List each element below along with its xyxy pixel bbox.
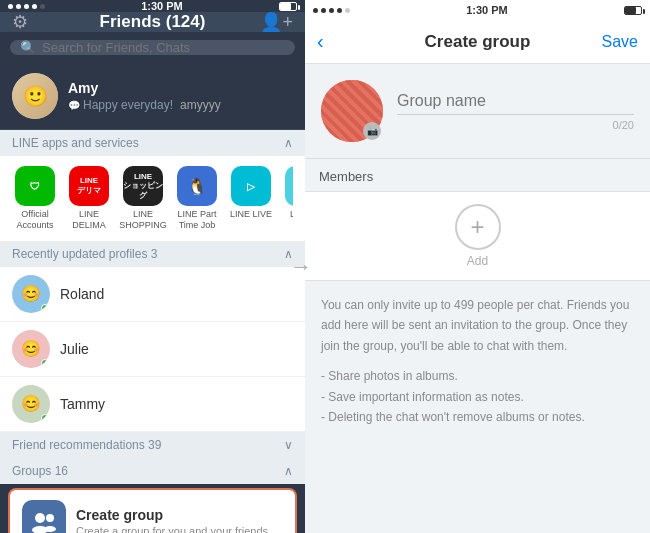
- status-time-right: 1:30 PM: [466, 4, 508, 16]
- tammy-avatar: 😊: [12, 385, 50, 423]
- group-setup: 📷 0/20: [305, 64, 650, 159]
- avatar: 🙂: [12, 73, 58, 119]
- line-shopping-icon: LINEショッピング: [123, 166, 163, 206]
- friend-item-julie[interactable]: 😊 Julie: [0, 322, 305, 377]
- status-icon: 💬: [68, 100, 80, 111]
- friend-item-roland[interactable]: 😊 Roland: [0, 267, 305, 322]
- recently-section-header: Recently updated profiles 3 ∧: [0, 241, 305, 267]
- right-header: ‹ Create group Save: [305, 20, 650, 64]
- back-button[interactable]: ‹: [317, 30, 324, 53]
- service-item-shopping[interactable]: LINEショッピング LINESHOPPING: [120, 166, 166, 231]
- svg-point-0: [35, 513, 45, 523]
- julie-avatar: 😊: [12, 330, 50, 368]
- info-bullet-2: - Save important information as notes.: [321, 387, 634, 407]
- svg-point-3: [44, 526, 56, 532]
- profile-info: Amy 💬 Happy everyday! amyyyy: [68, 80, 293, 112]
- service-label-official: OfficialAccounts: [16, 209, 53, 231]
- recently-label: Recently updated profiles 3: [12, 247, 157, 261]
- members-add-area: + Add: [305, 191, 650, 281]
- create-group-page-title: Create group: [425, 32, 531, 52]
- status-time-left: 1:30 PM: [141, 0, 183, 12]
- info-bullet-1: - Share photos in albums.: [321, 366, 634, 386]
- profile-status: 💬 Happy everyday! amyyyy: [68, 98, 293, 112]
- profile-status-text: Happy everyday!: [83, 98, 173, 112]
- service-item-parttime[interactable]: 🐧 LINE PartTime Job: [174, 166, 220, 231]
- profile-section[interactable]: 🙂 Amy 💬 Happy everyday! amyyyy: [0, 63, 305, 130]
- profile-id: amyyyy: [180, 98, 221, 112]
- add-member-label: Add: [455, 254, 501, 268]
- info-bullet-3: - Deleting the chat won't remove albums …: [321, 407, 634, 427]
- friend-rec-label: Friend recommendations 39: [12, 438, 161, 452]
- group-name-counter: 0/20: [397, 119, 634, 131]
- services-section-header: LINE apps and services ∧: [0, 130, 305, 156]
- group-name-input-area: 0/20: [397, 92, 634, 131]
- right-panel: 1:30 PM ‹ Create group Save 📷 0/20 Membe…: [305, 0, 650, 533]
- create-group-subtitle: Create a group for you and your friends.: [76, 525, 283, 533]
- friend-item-tammy[interactable]: 😊 Tammy: [0, 377, 305, 432]
- roland-avatar: 😊: [12, 275, 50, 313]
- line-delima-icon: LINEデリマ: [69, 166, 109, 206]
- status-icons-left: [279, 2, 297, 11]
- friend-rec-header: Friend recommendations 39 ∨: [0, 432, 305, 458]
- services-section: 🛡 OfficialAccounts LINEデリマ LINEDELIMA LI…: [0, 156, 305, 241]
- services-row: 🛡 OfficialAccounts LINEデリマ LINEDELIMA LI…: [12, 166, 293, 231]
- create-group-icon: [22, 500, 66, 533]
- signal-dots-right: [313, 8, 350, 13]
- friends-title: Friends (124): [100, 12, 206, 32]
- search-icon: 🔍: [20, 40, 36, 55]
- members-header: Members: [305, 159, 650, 191]
- add-member-button[interactable]: +: [455, 204, 501, 250]
- groups-label: Groups 16: [12, 464, 68, 478]
- panel-arrow: →: [290, 254, 312, 280]
- search-bar[interactable]: 🔍: [10, 40, 295, 55]
- add-friend-icon[interactable]: 👤+: [260, 11, 293, 33]
- search-input[interactable]: [42, 40, 285, 55]
- battery-icon-left: [279, 2, 297, 11]
- line-live-icon: ▷: [231, 166, 271, 206]
- create-group-text: Create group Create a group for you and …: [76, 507, 283, 533]
- tammy-name: Tammy: [60, 396, 105, 412]
- signal-dots: [8, 4, 45, 9]
- service-label-delima: LINEDELIMA: [72, 209, 106, 231]
- status-bar-right: 1:30 PM: [305, 0, 650, 20]
- left-header: ⚙ Friends (124) 👤+: [0, 12, 305, 32]
- groups-section-header: Groups 16 ∧: [0, 458, 305, 484]
- info-text-area: You can only invite up to 499 people per…: [305, 281, 650, 533]
- battery-icon-right: [624, 6, 642, 15]
- services-label: LINE apps and services: [12, 136, 139, 150]
- info-main-text: You can only invite up to 499 people per…: [321, 295, 634, 356]
- create-group-item[interactable]: Create group Create a group for you and …: [8, 488, 297, 533]
- official-accounts-icon: 🛡: [15, 166, 55, 206]
- status-bar-left: 1:30 PM: [0, 0, 305, 12]
- create-group-title: Create group: [76, 507, 283, 523]
- members-label: Members: [319, 169, 373, 184]
- left-panel: 1:30 PM ⚙ Friends (124) 👤+ 🔍 🙂 Amy 💬 Hap…: [0, 0, 305, 533]
- save-button[interactable]: Save: [602, 33, 638, 51]
- friend-rec-chevron-icon[interactable]: ∨: [284, 438, 293, 452]
- camera-icon: 📷: [363, 122, 381, 140]
- service-label-parttime: LINE PartTime Job: [177, 209, 216, 231]
- gear-icon[interactable]: ⚙: [12, 11, 28, 33]
- groups-chevron-icon[interactable]: ∧: [284, 464, 293, 478]
- services-chevron-icon[interactable]: ∧: [284, 136, 293, 150]
- service-item-official[interactable]: 🛡 OfficialAccounts: [12, 166, 58, 231]
- service-item-music[interactable]: 🎵 LINE M: [282, 166, 293, 231]
- julie-name: Julie: [60, 341, 89, 357]
- profile-name: Amy: [68, 80, 293, 96]
- info-bullets: - Share photos in albums. - Save importa…: [321, 366, 634, 427]
- service-item-delima[interactable]: LINEデリマ LINEDELIMA: [66, 166, 112, 231]
- service-item-live[interactable]: ▷ LINE LIVE: [228, 166, 274, 231]
- service-label-shopping: LINESHOPPING: [119, 209, 167, 231]
- friends-list: 😊 Roland 😊 Julie 😊 Tammy: [0, 267, 305, 432]
- group-name-field[interactable]: [397, 92, 634, 115]
- service-label-live: LINE LIVE: [230, 209, 272, 220]
- status-icons-right: [624, 6, 642, 15]
- roland-name: Roland: [60, 286, 104, 302]
- line-music-icon: 🎵: [285, 166, 293, 206]
- group-avatar[interactable]: 📷: [321, 80, 383, 142]
- line-parttime-icon: 🐧: [177, 166, 217, 206]
- svg-point-1: [46, 514, 54, 522]
- service-label-music: LINE M: [290, 209, 293, 220]
